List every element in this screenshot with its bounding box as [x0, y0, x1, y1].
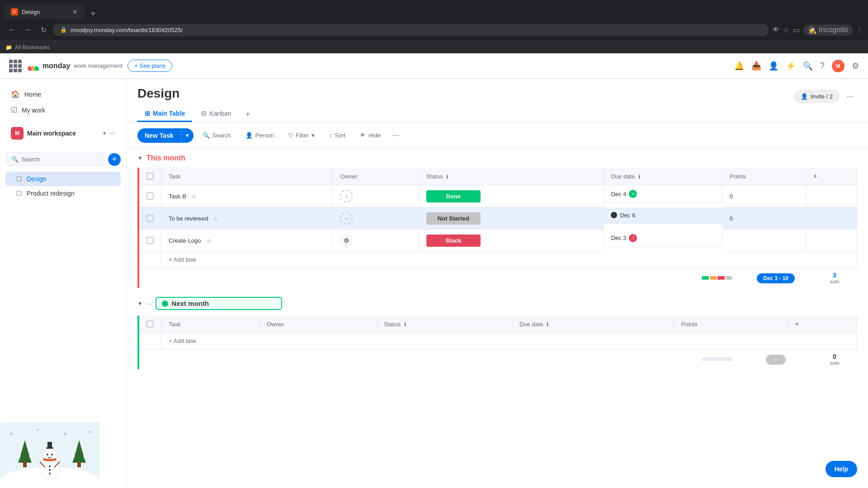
hide-icon: 👁 — [360, 132, 366, 139]
person-btn[interactable]: 👤 Person — [240, 129, 279, 141]
active-tab[interactable]: D Design ✕ — [4, 5, 85, 19]
search-icon[interactable]: 🔍 — [803, 61, 813, 71]
back-btn[interactable]: ← — [5, 24, 18, 36]
workspace-more-icon[interactable]: ··· — [109, 129, 115, 137]
row-owner-cell[interactable]: ⚙ — [333, 230, 419, 252]
sidebar-workspace: M Main workspace ▾ ··· — [0, 118, 126, 149]
invite-people-icon[interactable]: 👤 — [769, 61, 778, 71]
apps-grid-btn[interactable] — [9, 60, 22, 72]
next-month-collapse-btn[interactable]: ▼ — [137, 300, 143, 307]
status-badge[interactable]: Not Started — [426, 212, 481, 225]
new-task-btn[interactable]: New Task — [137, 128, 181, 143]
user-avatar[interactable]: M — [832, 60, 844, 72]
sort-btn[interactable]: ↕ Sort — [324, 129, 351, 141]
status-info-icon-2: ℹ — [404, 321, 406, 328]
new-tab-btn[interactable]: + — [87, 9, 99, 19]
sidebar-item-my-work[interactable]: ☑ My work — [5, 102, 121, 118]
my-work-label: My work — [22, 107, 45, 114]
table-tbody: Task B ⊕ + Done Dec 4 — [138, 185, 857, 268]
col-due-date: Due date ℹ — [604, 168, 722, 185]
row-task-cell[interactable]: Task B ⊕ — [161, 185, 333, 207]
integrations-icon[interactable]: ⚡ — [786, 61, 796, 71]
owner-gear[interactable]: ⚙ — [340, 234, 353, 247]
header-checkbox[interactable] — [146, 173, 154, 180]
svg-text:❄: ❄ — [63, 432, 67, 436]
browser-toolbar-right: 👁 ☆ ▭ 🕵 Incognito ⋮ — [772, 24, 863, 36]
notifications-icon[interactable]: 🔔 — [734, 61, 744, 71]
tab-close-btn[interactable]: ✕ — [72, 8, 78, 15]
filter-btn[interactable]: ▽ Filter ▾ — [283, 129, 320, 141]
add-task-label-2[interactable]: + Add task — [161, 333, 857, 349]
logo: monday work management — [27, 60, 122, 72]
tab-main-table[interactable]: ⊞ Main Table — [137, 106, 192, 122]
add-column-btn-2[interactable]: + — [795, 320, 799, 328]
row-checkbox[interactable] — [146, 237, 154, 244]
group-collapse-btn[interactable]: ▼ — [137, 155, 143, 161]
extensions-icon[interactable]: ⋮ — [856, 26, 863, 33]
col-status: Status ℹ — [377, 315, 512, 333]
row-task-cell[interactable]: To be reviewed ⊕ — [161, 207, 333, 230]
sidebar-item-home[interactable]: 🏠 Home — [5, 86, 121, 102]
sidebar-add-btn[interactable]: + — [108, 153, 121, 166]
settings-icon[interactable]: ⚙ — [852, 61, 859, 71]
add-task-checkbox — [138, 252, 161, 268]
owner-empty[interactable]: + — [340, 212, 353, 225]
row-due-date-cell[interactable]: Dec 3 ! — [604, 230, 722, 247]
search-toolbar-icon: 🔍 — [203, 132, 210, 139]
search-icon: 🔍 — [11, 156, 19, 163]
inbox-icon[interactable]: 📥 — [751, 61, 761, 71]
due-date-info-icon-2: ℹ — [547, 321, 549, 328]
sidebar-nav: 🏠 Home ☑ My work — [0, 86, 126, 118]
status-bar-stuck — [717, 276, 725, 280]
snowman-svg: ❄ ❄ ❄ ❄ — [0, 422, 99, 481]
row-due-date-cell[interactable]: Dec 6 — [604, 207, 722, 224]
add-task-row-2[interactable]: + Add task — [138, 333, 857, 349]
add-tab-btn[interactable]: + — [241, 107, 255, 122]
add-task-label[interactable]: + Add task — [161, 252, 857, 268]
search-btn[interactable]: 🔍 Search — [197, 129, 236, 141]
row-due-date-cell[interactable]: Dec 4 ✓ — [604, 185, 722, 203]
filter-icon: ▽ — [288, 132, 293, 139]
svg-point-14 — [51, 454, 53, 455]
sidebar-item-design[interactable]: ☐ Design — [5, 172, 121, 186]
row-task-cell[interactable]: Create Logo ⊕ — [161, 230, 333, 252]
toolbar-more-btn[interactable]: ··· — [390, 128, 402, 143]
status-badge[interactable]: Done — [426, 190, 481, 202]
add-task-row[interactable]: + Add task — [138, 252, 857, 268]
tab-kanban[interactable]: ⊟ Kanban — [194, 106, 238, 122]
table-next-month-wrapper: Task Owner Status ℹ Due date ℹ — [127, 315, 868, 369]
row-owner-cell[interactable]: + — [333, 185, 419, 207]
page-more-btn[interactable]: ··· — [843, 90, 857, 103]
header-checkbox-2[interactable] — [146, 320, 154, 328]
row-status-cell[interactable]: Not Started — [419, 207, 604, 230]
browser-tabs: D Design ✕ + — [0, 0, 868, 19]
see-plans-btn[interactable]: + See plans — [127, 60, 172, 72]
next-month-title-container[interactable]: Next month — [156, 297, 282, 310]
address-bar[interactable]: 🔒 moodjoy.monday.com/boards/1830420525/ — [53, 24, 769, 36]
sidebar-search-row: 🔍 Search + — [0, 149, 126, 170]
row-checkbox[interactable] — [146, 215, 154, 222]
invite-btn[interactable]: 👤 Invite / 2 — [794, 90, 840, 103]
row-status-cell[interactable]: Done — [419, 185, 604, 207]
forward-btn[interactable]: → — [22, 24, 34, 36]
owner-avatar[interactable]: + — [340, 190, 353, 202]
next-month-sum-value: 0 — [812, 353, 857, 360]
board-icon-design: ☐ — [16, 175, 22, 183]
workspace-header[interactable]: M Main workspace ▾ ··· — [5, 123, 121, 143]
profile-icon[interactable]: ▭ — [793, 26, 800, 34]
help-icon[interactable]: ? — [820, 61, 825, 70]
star-icon[interactable]: ☆ — [783, 26, 789, 34]
next-month-more-btn[interactable]: ··· — [146, 300, 152, 307]
help-btn[interactable]: Help — [826, 461, 857, 477]
hide-btn[interactable]: 👁 Hide — [354, 129, 386, 141]
add-column-btn[interactable]: + — [813, 172, 817, 180]
row-status-cell[interactable]: Stuck — [419, 230, 604, 252]
reload-btn[interactable]: ↻ — [38, 24, 49, 36]
row-owner-cell[interactable]: + — [333, 207, 419, 230]
sidebar-search-box[interactable]: 🔍 Search — [5, 152, 104, 166]
new-task-dropdown-btn[interactable]: ▾ — [181, 128, 193, 143]
sidebar-item-product-redesign[interactable]: ☐ Product redesign — [5, 186, 121, 201]
status-badge[interactable]: Stuck — [426, 235, 481, 247]
due-date-value: Dec 6 — [620, 212, 635, 219]
row-checkbox[interactable] — [146, 192, 154, 200]
